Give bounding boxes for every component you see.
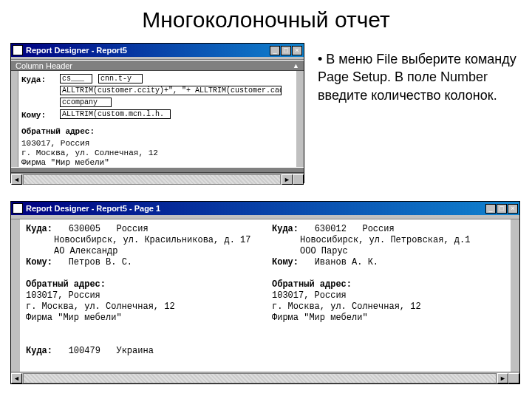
addr-line: Новосибирск, ул. Петровская, д.1: [272, 235, 505, 246]
app-icon: [13, 45, 23, 55]
scroll-track[interactable]: [23, 373, 497, 383]
slide-title: Многоколоночный отчет: [0, 0, 532, 37]
size-grip[interactable]: [508, 373, 519, 383]
kuda-code: 630005: [69, 224, 100, 234]
app-icon: [13, 203, 23, 214]
kuda2-label: Куда:: [26, 346, 52, 356]
band-toggle-icon[interactable]: ▲: [293, 62, 299, 69]
addr-line: Новосибирск, ул. Красильникова, д. 17: [26, 235, 259, 246]
horizontal-scrollbar[interactable]: ◄ ►: [11, 173, 304, 185]
komu-name: Иванов А. К.: [315, 257, 378, 267]
scroll-right-button[interactable]: ►: [497, 373, 508, 383]
report-preview-window: Report Designer - Report5 - Page 1 _ □ ×…: [10, 201, 520, 384]
ret-label: Обратный адрес:: [272, 279, 505, 290]
kuda2-code: 100479: [69, 346, 100, 356]
label-kuda[interactable]: Куда:: [21, 75, 46, 84]
komu-label: Кому:: [272, 257, 299, 267]
titlebar[interactable]: Report Designer - Report5 - Page 1 _ □ ×: [11, 202, 519, 215]
close-button[interactable]: ×: [292, 46, 302, 55]
scroll-right-button[interactable]: ►: [282, 174, 293, 185]
ret-line2: г. Москва, ул. Солнечная, 12: [26, 301, 259, 313]
band-label: Column Header: [16, 61, 72, 70]
field-recipient[interactable]: ALLTRIM(custom.mcn.l.h.: [60, 109, 171, 119]
ret-line3: Фирма "Мир мебели": [272, 313, 505, 324]
field-address-expr[interactable]: ALLTRIM(customer.ccity)+", "+ ALLTRIM(cu…: [60, 86, 282, 95]
window-title: Report Designer - Report5 - Page 1: [26, 204, 485, 213]
ret-line2: г. Москва, ул. Солнечная, 12: [272, 301, 505, 313]
size-grip[interactable]: [293, 174, 304, 185]
field-company[interactable]: ccompany: [60, 98, 112, 107]
field-country[interactable]: cnn.t-y: [98, 74, 143, 83]
ret-label: Обратный адрес:: [26, 279, 259, 290]
label-return-address[interactable]: Обратный адрес:: [21, 127, 95, 136]
kuda-country: Россия: [362, 224, 394, 234]
preview-column-left: Куда: 630005 Россия Новосибирск, ул. Кра…: [26, 224, 259, 357]
ret-line1: 103017, Россия: [272, 290, 505, 301]
band-footer[interactable]: [11, 167, 304, 173]
horizontal-scrollbar[interactable]: ◄ ►: [11, 372, 519, 383]
komu-name: Петров В. С.: [69, 257, 132, 267]
ret-line3: Фирма "Мир мебели": [26, 313, 259, 324]
kuda-code: 630012: [315, 224, 347, 234]
kuda-country: Россия: [116, 224, 148, 234]
design-canvas[interactable]: Куда: cs___ cnn.t-y ALLTRIM(customer.cci…: [11, 71, 304, 167]
kuda-label: Куда:: [272, 224, 299, 234]
scroll-left-button[interactable]: ◄: [11, 174, 22, 185]
company-line: АО Александр: [26, 246, 259, 257]
kuda-label: Куда:: [26, 224, 52, 234]
maximize-button[interactable]: □: [497, 204, 507, 214]
close-button[interactable]: ×: [508, 204, 518, 214]
kuda2-country: Украина: [116, 346, 153, 356]
ret-line1[interactable]: 103017, Россия: [21, 139, 89, 148]
instruction-bullet: В меню File выберите команду Page Setup.…: [318, 50, 517, 104]
scroll-track[interactable]: [23, 174, 281, 185]
titlebar[interactable]: Report Designer - Report5 _ □ ×: [11, 44, 304, 57]
maximize-button[interactable]: □: [281, 46, 291, 55]
report-designer-window: Report Designer - Report5 _ □ × Column H…: [10, 43, 304, 183]
label-komu[interactable]: Кому:: [21, 111, 46, 120]
company-line: ООО Парус: [272, 246, 505, 257]
ret-line3[interactable]: Фирма "Мир мебели": [21, 158, 109, 167]
minimize-button[interactable]: _: [485, 204, 496, 214]
column-header-band[interactable]: Column Header ▲: [11, 60, 304, 71]
preview-column-right: Куда: 630012 Россия Новосибирск, ул. Пет…: [272, 224, 505, 357]
window-title: Report Designer - Report5: [26, 46, 270, 55]
field-postcode[interactable]: cs___: [60, 74, 92, 83]
scroll-left-button[interactable]: ◄: [11, 373, 22, 383]
minimize-button[interactable]: _: [270, 46, 280, 55]
ret-line1: 103017, Россия: [26, 290, 259, 301]
preview-page[interactable]: Куда: 630005 Россия Новосибирск, ул. Кра…: [11, 219, 519, 372]
vertical-ruler: [11, 71, 18, 167]
komu-label: Кому:: [26, 257, 52, 267]
ret-line2[interactable]: г. Москва, ул. Солнечная, 12: [21, 149, 158, 157]
